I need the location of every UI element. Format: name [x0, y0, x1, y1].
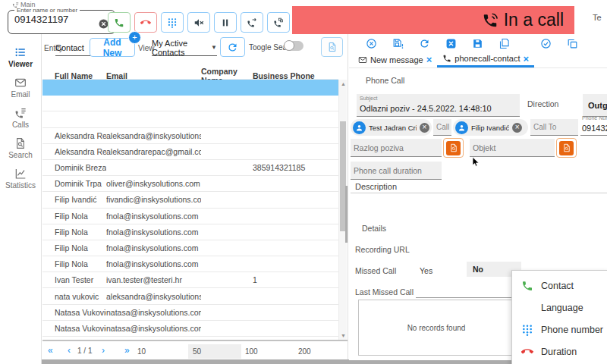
quick-search-button[interactable]: [321, 37, 343, 57]
sidebar-item-calls[interactable]: Calls: [0, 102, 41, 133]
contact-browser: Entity Contact ▼ Add New + View My Activ…: [42, 34, 348, 360]
table-row[interactable]: nata vukovicaleksandra@inskysolutions.co…: [42, 288, 338, 304]
page-size-50[interactable]: 50: [188, 344, 241, 359]
menu-item-duration[interactable]: Duration: [512, 340, 607, 362]
conference-button[interactable]: [267, 12, 290, 33]
mute-button[interactable]: [187, 12, 210, 33]
prev-page-button[interactable]: ‹: [68, 346, 71, 355]
dialpad-button[interactable]: [161, 12, 184, 33]
scroll-up-icon[interactable]: ▲: [340, 81, 347, 86]
cell-full-name: Aleksandra Repac: [55, 147, 106, 156]
table-row[interactable]: [42, 80, 338, 96]
tab-new-message[interactable]: New message×: [353, 52, 437, 67]
duration-input[interactable]: Phone call duration: [351, 162, 442, 180]
in-call-banner: In a call: [292, 6, 574, 34]
menu-item-phone-number[interactable]: Phone number: [512, 318, 607, 340]
avatar: [455, 121, 468, 134]
call-to-field[interactable]: Call To: [530, 119, 578, 136]
app-window: Main Enter name or number In a call Te V…: [0, 0, 607, 364]
sidebar-item-email[interactable]: Email: [0, 72, 41, 102]
direction-value: Outgoing: [588, 101, 607, 110]
cell-email: aleksandra@inskysolutions.com: [106, 131, 201, 140]
table-row[interactable]: Filip Nolafnola@inskysolutions.com: [42, 224, 338, 240]
menu-item-language[interactable]: Language: [512, 297, 607, 318]
scroll-down-icon[interactable]: ▼: [340, 333, 347, 338]
save-icon: [472, 38, 483, 49]
last-page-button[interactable]: »: [124, 346, 130, 355]
close-icon[interactable]: ×: [426, 54, 432, 65]
first-page-button[interactable]: «: [48, 346, 53, 355]
last-missed-call-field[interactable]: [416, 297, 513, 298]
missed-call-option-yes[interactable]: Yes: [420, 266, 432, 275]
view-select[interactable]: My Active Contacts ▼: [152, 39, 217, 56]
dialer-button-row: [108, 12, 290, 33]
cell-full-name: Dominik Brezak: [55, 163, 106, 172]
tab-label: New message: [370, 55, 423, 64]
table-row[interactable]: Filip Nolafnola@inskysolutions.com: [42, 209, 338, 224]
phone-number-value[interactable]: 0914321197: [582, 124, 607, 133]
call-button[interactable]: [108, 12, 131, 33]
table-row[interactable]: Aleksandra Repacaleksandrarepac@gmail.co…: [42, 144, 338, 160]
call-from-chip[interactable]: Test Jadran Crikvenica ×: [351, 119, 432, 136]
close-icon[interactable]: ×: [524, 53, 530, 64]
table-body: Aleksandra Repacaleksandra@inskysolution…: [42, 80, 338, 340]
table-row[interactable]: Filip Ivandićfivandic@inskysolutions.com: [42, 192, 338, 208]
page-size-100[interactable]: 100: [245, 347, 258, 356]
lookup-icon-box: [446, 141, 461, 155]
table-row[interactable]: Dominik Brezak385914321185: [42, 160, 338, 176]
menu-item-contact[interactable]: Contact: [512, 275, 607, 297]
sidebar-item-statistics[interactable]: Statistics: [0, 163, 41, 193]
sidebar-item-viewer[interactable]: Viewer: [0, 42, 41, 72]
table-row[interactable]: [42, 96, 338, 111]
remove-chip-icon[interactable]: ×: [512, 123, 522, 133]
sidebar-item-search[interactable]: Search: [0, 133, 41, 163]
table-row[interactable]: Natasa Vukovicnatasa@inskysolutions.com: [42, 321, 338, 337]
hangup-button[interactable]: [134, 12, 157, 33]
subject-field[interactable]: Subject Odlazni poziv - 24.5.2022. 14:48…: [357, 94, 520, 117]
table-row[interactable]: Filip Nolafnola@inskysolutions.com: [42, 240, 338, 256]
object-input[interactable]: Objekt: [470, 139, 555, 157]
refresh-button[interactable]: [419, 38, 430, 49]
add-new-plus-badge[interactable]: +: [128, 31, 141, 44]
hold-button[interactable]: [214, 12, 237, 33]
delete-button[interactable]: [445, 38, 457, 49]
table-row[interactable]: [42, 111, 338, 127]
table-row[interactable]: Natasa Vukovicnatasa@inskysolutions.com: [42, 305, 338, 321]
page-size-10[interactable]: 10: [137, 347, 146, 356]
call-from-field[interactable]: Call From: [433, 119, 451, 136]
table-row[interactable]: Aleksandra Repacaleksandra@inskysolution…: [42, 128, 338, 144]
next-page-button[interactable]: ›: [102, 346, 105, 355]
add-new-button[interactable]: Add New: [90, 38, 135, 57]
sidebar: ViewerEmailCallsSearchStatistics: [0, 34, 42, 364]
workspace-scrollbar-thumb[interactable]: [345, 186, 348, 243]
tab-phonecall-contact[interactable]: phonecall-contact×: [437, 52, 534, 67]
dialer-input[interactable]: [13, 13, 80, 26]
table-row[interactable]: Dominik Trpaoliver@inskysolutions.com: [42, 176, 338, 192]
table-row[interactable]: Filip Nolafnola@inskysolutions.com: [42, 256, 338, 272]
copy-button[interactable]: [567, 38, 578, 49]
transfer-button[interactable]: [241, 12, 263, 33]
call-to-chip[interactable]: Filip Ivandić ×: [453, 119, 528, 136]
phone-call-section-label: Phone Call: [366, 76, 404, 85]
refresh-button[interactable]: [220, 37, 245, 57]
page-size-200[interactable]: 200: [298, 347, 311, 356]
save-button[interactable]: [472, 38, 483, 49]
direction-field[interactable]: Outgoing: [583, 94, 607, 117]
toggle-search-switch[interactable]: [284, 41, 304, 51]
deactivate-button[interactable]: [366, 38, 377, 49]
object-lookup-button[interactable]: [556, 138, 577, 158]
save-copy-button[interactable]: [498, 38, 510, 49]
phone-number-underline: [580, 135, 607, 136]
remove-chip-icon[interactable]: ×: [420, 123, 429, 133]
phone-number-label: Phone Number: [582, 115, 607, 121]
save-close-button[interactable]: [392, 38, 404, 49]
top-bar: Main Enter name or number In a call Te: [0, 0, 607, 34]
call-reason-lookup-button[interactable]: [443, 138, 464, 158]
table-row[interactable]: Ivan Testerivan.tester@testeri.hr1: [42, 272, 338, 288]
call-reason-input[interactable]: Razlog poziva: [351, 139, 442, 157]
copy-icon: [567, 38, 578, 49]
menu-item-label: Contact: [541, 281, 574, 291]
complete-button[interactable]: [540, 38, 552, 49]
chart-icon: [14, 168, 27, 180]
last-missed-call-label: Last Missed Call: [355, 287, 414, 297]
